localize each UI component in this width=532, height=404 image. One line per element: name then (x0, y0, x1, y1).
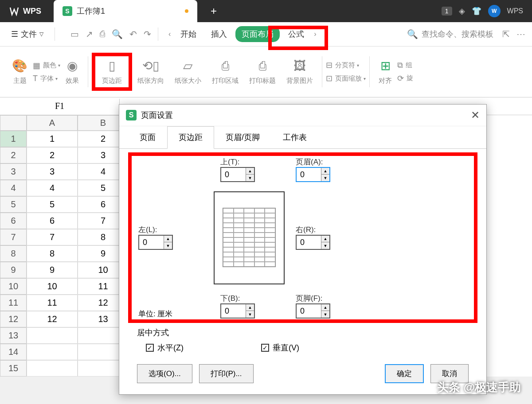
up-icon[interactable]: ▲ (246, 304, 254, 311)
select-all-corner[interactable] (0, 115, 27, 131)
rotate-button[interactable]: ⟳旋 (397, 74, 413, 83)
cell[interactable]: 6 (27, 213, 78, 229)
right-input[interactable] (297, 236, 321, 249)
right-spinner[interactable]: ▲▼ (296, 235, 330, 250)
tab-margins[interactable]: 页边距 (167, 126, 214, 149)
up-icon[interactable]: ▲ (321, 236, 329, 242)
row-header[interactable]: 15 (0, 360, 27, 377)
cell[interactable]: 12 (27, 311, 78, 327)
print-button[interactable]: 打印(P)... (199, 364, 254, 383)
preview-icon[interactable]: 🔍 (112, 29, 123, 39)
options-button[interactable]: 选项(O)... (137, 364, 192, 383)
size-button[interactable]: ▱ 纸张大小 (175, 58, 201, 85)
cell[interactable]: 1 (27, 131, 78, 147)
top-spinner[interactable]: ▲▼ (220, 167, 255, 182)
search-box[interactable]: 🔍 查找命令、搜索模板 (407, 29, 493, 39)
down-icon[interactable]: ▼ (321, 175, 329, 181)
more-icon[interactable]: ⋯ (516, 29, 525, 39)
down-icon[interactable]: ▼ (321, 242, 329, 249)
nav-left-icon[interactable]: ‹ (165, 30, 174, 38)
tab-header-footer[interactable]: 页眉/页脚 (214, 126, 271, 148)
bottom-spinner[interactable]: ▲▼ (220, 303, 255, 319)
down-icon[interactable]: ▼ (246, 311, 254, 318)
row-header[interactable]: 7 (0, 229, 27, 245)
colors-button[interactable]: ▦颜色▾ (33, 61, 60, 70)
scale-button[interactable]: ⊡页面缩放▾ (326, 74, 366, 83)
row-header[interactable]: 12 (0, 311, 27, 327)
up-icon[interactable]: ▲ (321, 168, 329, 175)
row-header[interactable]: 14 (0, 344, 27, 360)
row-header[interactable]: 13 (0, 327, 27, 344)
cell[interactable]: 5 (27, 196, 78, 213)
orientation-button[interactable]: ⟲▯ 纸张方向 (137, 58, 164, 85)
row-header[interactable]: 6 (0, 213, 27, 229)
row-header[interactable]: 5 (0, 196, 27, 213)
col-header-a[interactable]: A (27, 115, 78, 131)
cell[interactable]: 4 (27, 180, 78, 196)
margins-button[interactable]: ▯ 页边距 (102, 58, 122, 85)
ok-button[interactable]: 确定 (385, 364, 424, 383)
bottom-input[interactable] (221, 304, 246, 318)
row-header[interactable]: 3 (0, 163, 27, 180)
tab-start[interactable]: 开始 (174, 26, 203, 42)
footer-spinner[interactable]: ▲▼ (296, 303, 330, 319)
header-input[interactable] (297, 168, 321, 181)
down-icon[interactable]: ▼ (164, 242, 172, 249)
document-tab[interactable]: S 工作簿1 (54, 0, 197, 22)
up-icon[interactable]: ▲ (164, 236, 172, 242)
up-icon[interactable]: ▲ (246, 168, 254, 175)
file-menu[interactable]: ☰ 文件 ▽ (7, 29, 48, 39)
row-header[interactable]: 11 (0, 295, 27, 311)
down-icon[interactable]: ▼ (246, 175, 254, 181)
cell[interactable]: 3 (27, 163, 78, 180)
up-icon[interactable]: ▲ (321, 304, 329, 311)
header-spinner[interactable]: ▲▼ (296, 167, 330, 182)
cell[interactable] (27, 344, 78, 360)
print-titles-button[interactable]: ⎙ 打印标题 (249, 59, 276, 85)
shirt-icon[interactable]: 👕 (472, 6, 481, 16)
add-tab-button[interactable]: + (211, 5, 217, 17)
tab-insert[interactable]: 插入 (205, 26, 233, 42)
cell[interactable] (27, 360, 78, 377)
row-header[interactable]: 2 (0, 147, 27, 163)
wps-account-icon[interactable]: W (488, 5, 501, 17)
theme-button[interactable]: 🎨 主题 (12, 58, 27, 85)
row-header[interactable]: 1 (0, 131, 27, 147)
redo-icon[interactable]: ↷ (144, 29, 151, 39)
group-button[interactable]: ⧉组 (397, 61, 413, 70)
background-button[interactable]: 🖼 背景图片 (286, 58, 313, 85)
flame-icon[interactable]: ◈ (459, 6, 465, 16)
row-header[interactable]: 8 (0, 245, 27, 262)
cell[interactable]: 2 (27, 147, 78, 163)
cell[interactable] (27, 327, 78, 344)
cell-reference[interactable]: F1 (0, 99, 120, 113)
save-icon[interactable]: ↗ (86, 29, 93, 39)
breaks-button[interactable]: ⊟分页符▾ (326, 60, 366, 70)
tab-page[interactable]: 页面 (128, 126, 167, 148)
cell[interactable]: 7 (27, 229, 78, 245)
cell[interactable]: 8 (27, 245, 78, 262)
share-icon[interactable]: ⇱ (502, 29, 510, 39)
top-input[interactable] (221, 168, 246, 181)
undo-icon[interactable]: ↶ (129, 29, 137, 39)
tab-worksheet[interactable]: 工作表 (271, 126, 318, 148)
close-button[interactable]: ✕ (471, 109, 480, 121)
print-area-button[interactable]: ⎙ 打印区域 (212, 59, 239, 85)
cell[interactable]: 11 (27, 295, 78, 311)
cell[interactable]: 9 (27, 262, 78, 278)
cell[interactable]: 10 (27, 278, 78, 295)
horizontal-checkbox[interactable]: ✓水平(Z) (146, 342, 184, 353)
align-button[interactable]: ⊞ 对齐 (379, 58, 392, 85)
footer-input[interactable] (297, 304, 321, 318)
notification-badge[interactable]: 1 (442, 7, 452, 16)
fonts-button[interactable]: T字体▾ (33, 74, 60, 83)
left-input[interactable] (139, 236, 164, 249)
print-icon[interactable]: ⎙ (100, 29, 105, 39)
down-icon[interactable]: ▼ (321, 311, 329, 318)
vertical-checkbox[interactable]: ✓垂直(V) (261, 342, 299, 353)
row-header[interactable]: 4 (0, 180, 27, 196)
open-icon[interactable]: ▭ (70, 29, 79, 39)
left-spinner[interactable]: ▲▼ (138, 235, 173, 250)
effects-button[interactable]: ◉ 效果 (66, 58, 79, 85)
row-header[interactable]: 10 (0, 278, 27, 295)
